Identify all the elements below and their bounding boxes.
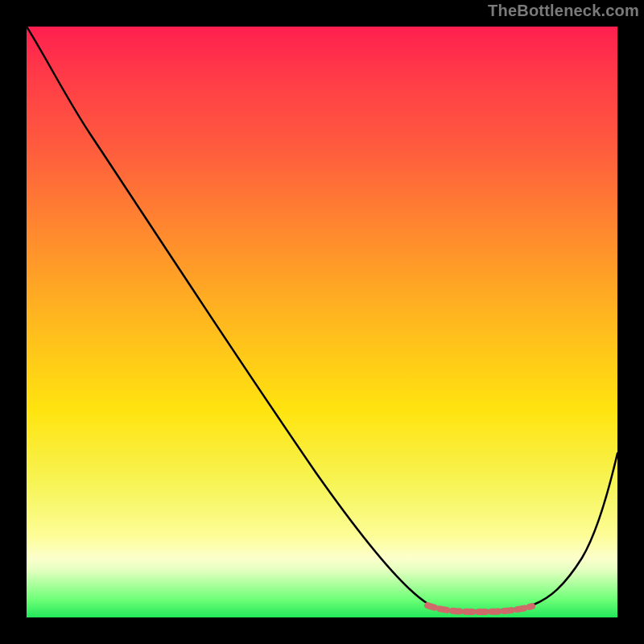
highlight-segment [427, 605, 532, 612]
bottleneck-curve [27, 27, 617, 611]
chart-container: TheBottleneck.com [0, 0, 644, 644]
curve-svg [27, 27, 617, 617]
plot-area [27, 27, 617, 617]
watermark-label: TheBottleneck.com [488, 2, 639, 20]
